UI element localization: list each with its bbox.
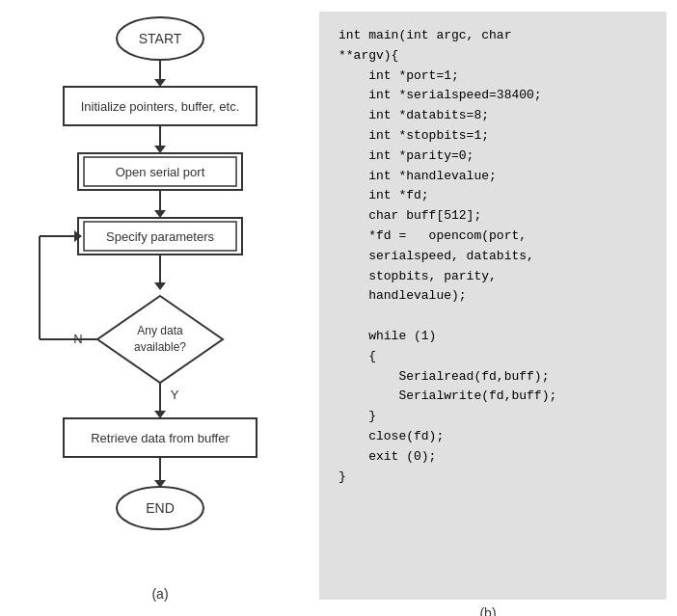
code-line xyxy=(338,307,647,327)
code-line: while (1) xyxy=(338,327,647,347)
code-line: { xyxy=(338,347,647,367)
code-line: handlevalue); xyxy=(338,286,647,307)
svg-text:END: END xyxy=(146,500,175,516)
code-line: Serialwrite(fd,buff); xyxy=(338,387,647,407)
code-line: close(fd); xyxy=(338,427,647,447)
svg-text:available?: available? xyxy=(134,340,186,354)
code-line: char buff[512]; xyxy=(338,206,647,227)
svg-marker-28 xyxy=(154,411,166,418)
code-line: Serialread(fd,buff); xyxy=(338,367,647,388)
svg-text:Open serial port: Open serial port xyxy=(116,165,205,179)
code-line: int *port=1; xyxy=(338,67,647,87)
code-line: int *databits=8; xyxy=(338,106,647,126)
svg-text:Y: Y xyxy=(171,388,179,402)
code-line: } xyxy=(338,407,647,427)
code-label: (b) xyxy=(479,605,496,616)
code-line: serialspeed, databits, xyxy=(338,247,647,267)
code-line: int *serialspeed=38400; xyxy=(338,86,647,106)
code-line: int *parity=0; xyxy=(338,147,647,167)
svg-text:Specify parameters: Specify parameters xyxy=(106,229,214,244)
code-line: int *stopbits=1; xyxy=(338,126,647,147)
code-line: *fd = opencom(port, xyxy=(338,227,647,247)
code-line: } xyxy=(338,468,647,488)
code-line: **argv){ xyxy=(338,46,647,67)
code-line: exit (0); xyxy=(338,447,647,468)
svg-marker-3 xyxy=(154,79,166,87)
svg-marker-12 xyxy=(154,210,166,218)
svg-text:Initialize pointers, buffer, e: Initialize pointers, buffer, etc. xyxy=(81,99,240,114)
code-line: stopbits, parity, xyxy=(338,267,647,287)
svg-text:START: START xyxy=(139,31,182,46)
svg-text:Any data: Any data xyxy=(137,324,183,337)
code-line: int main(int argc, char xyxy=(338,26,647,46)
flowchart-label: (a) xyxy=(151,586,168,602)
code-line: int *fd; xyxy=(338,186,647,206)
code-line: int *handlevalue; xyxy=(338,167,647,187)
svg-marker-7 xyxy=(154,146,166,153)
svg-marker-17 xyxy=(154,282,166,290)
svg-text:Retrieve data from buffer: Retrieve data from buffer xyxy=(91,431,230,445)
code-panel: int main(int argc, char **argv){ int *po… xyxy=(319,12,666,600)
svg-marker-18 xyxy=(97,296,223,383)
